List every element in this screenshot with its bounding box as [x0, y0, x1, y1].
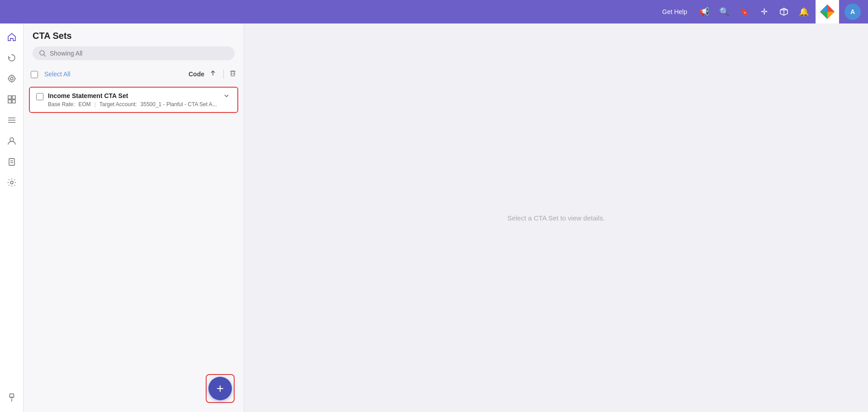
- svg-point-9: [10, 77, 13, 80]
- base-rate-value: EOM: [78, 101, 90, 108]
- right-panel: Select a CTA Set to view details.: [244, 23, 868, 412]
- cta-item-meta: Base Rate: EOM | Target Account: 35500_1…: [48, 101, 217, 108]
- search-bar: [33, 47, 235, 60]
- content-area: CTA Sets Select All Code: [24, 23, 868, 412]
- svg-marker-4: [827, 5, 835, 12]
- sidebar: [0, 23, 24, 412]
- search-input[interactable]: [50, 50, 228, 57]
- crosshair-icon-button[interactable]: ✛: [756, 4, 772, 20]
- svg-point-28: [40, 51, 44, 55]
- svg-marker-5: [820, 12, 827, 19]
- controls-divider: [223, 70, 224, 79]
- add-button-wrapper: +: [206, 374, 235, 403]
- app-icon-box: [816, 0, 839, 23]
- user-avatar[interactable]: A: [844, 4, 861, 20]
- svg-rect-14: [8, 96, 11, 99]
- sort-asc-button[interactable]: [208, 69, 218, 79]
- list-controls: Select All Code: [24, 65, 244, 83]
- top-nav: Get Help 📢 🔍 🔖 ✛ 🔔 A: [0, 0, 868, 23]
- search-icon: [39, 50, 46, 57]
- expand-icon[interactable]: [222, 92, 231, 101]
- search-icon-button[interactable]: 🔍: [716, 4, 732, 20]
- panel-header: CTA Sets: [24, 23, 244, 65]
- svg-rect-15: [12, 96, 15, 99]
- cta-item-title: Income Statement CTA Set: [48, 92, 217, 99]
- delete-button[interactable]: [229, 70, 236, 79]
- add-button-container: +: [206, 374, 235, 403]
- sidebar-item-pin[interactable]: [2, 388, 22, 407]
- cta-list: Income Statement CTA Set Base Rate: EOM …: [24, 83, 244, 412]
- svg-point-21: [10, 138, 14, 141]
- cta-item[interactable]: Income Statement CTA Set Base Rate: EOM …: [29, 87, 238, 113]
- svg-marker-6: [820, 5, 827, 12]
- base-rate-label: Base Rate:: [48, 101, 75, 108]
- get-help-button[interactable]: Get Help: [657, 5, 693, 18]
- colorful-icon: [819, 4, 835, 20]
- megaphone-icon-button[interactable]: 📢: [696, 4, 712, 20]
- svg-marker-7: [827, 12, 835, 19]
- svg-rect-16: [8, 100, 11, 103]
- svg-point-8: [9, 75, 15, 82]
- main-layout: CTA Sets Select All Code: [0, 23, 868, 412]
- cta-item-content: Income Statement CTA Set Base Rate: EOM …: [48, 92, 217, 108]
- target-account-label: Target Account:: [99, 101, 137, 108]
- meta-separator: |: [94, 101, 96, 108]
- sidebar-item-refresh[interactable]: [2, 48, 22, 68]
- sidebar-item-clipboard[interactable]: [2, 152, 22, 172]
- svg-rect-22: [9, 159, 14, 165]
- sidebar-bottom: [2, 388, 22, 408]
- select-all-label[interactable]: Select All: [44, 70, 71, 78]
- bell-icon-button[interactable]: 🔔: [796, 4, 812, 20]
- empty-state-message: Select a CTA Set to view details.: [507, 214, 605, 222]
- cta-item-checkbox[interactable]: [36, 93, 43, 100]
- sidebar-item-person[interactable]: [2, 131, 22, 151]
- left-panel: CTA Sets Select All Code: [24, 23, 244, 412]
- code-sort-label: Code: [189, 70, 204, 78]
- bookmark-icon-button[interactable]: 🔖: [736, 4, 752, 20]
- svg-point-25: [10, 181, 13, 184]
- add-cta-set-button[interactable]: +: [208, 377, 232, 400]
- svg-line-29: [44, 55, 46, 56]
- sidebar-item-home[interactable]: [2, 27, 22, 47]
- sidebar-item-target[interactable]: [2, 69, 22, 89]
- cube-icon-button[interactable]: [776, 4, 792, 20]
- sidebar-item-settings[interactable]: [2, 173, 22, 192]
- target-account-value: 35500_1 - Planful - CTA Set A...: [141, 101, 217, 108]
- svg-rect-17: [12, 100, 15, 103]
- sidebar-item-chart[interactable]: [2, 110, 22, 130]
- svg-rect-30: [231, 71, 235, 76]
- page-title: CTA Sets: [33, 31, 235, 41]
- sidebar-item-grid[interactable]: [2, 89, 22, 109]
- select-all-checkbox[interactable]: [31, 71, 38, 78]
